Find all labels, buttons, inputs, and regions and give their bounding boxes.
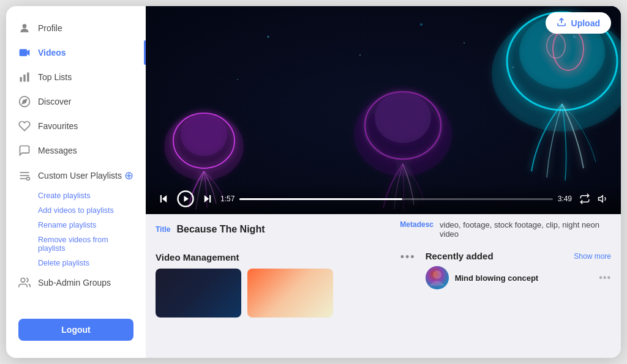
video-management-title: Video Management	[156, 252, 239, 262]
svg-point-28	[420, 23, 422, 26]
svg-point-0	[23, 24, 27, 28]
progress-area: 1:57 3:49	[220, 195, 572, 203]
svg-rect-34	[160, 195, 162, 202]
skip-forward-button[interactable]	[202, 193, 213, 204]
sidebar-item-sub-admin[interactable]: Sub-Admin Groups	[6, 270, 146, 295]
svg-marker-2	[27, 50, 29, 56]
rename-playlists-link[interactable]: Rename playlists	[38, 218, 146, 232]
svg-rect-5	[27, 73, 29, 82]
current-time: 1:57	[220, 195, 235, 203]
users-icon	[18, 277, 31, 289]
svg-point-31	[237, 79, 238, 80]
delete-playlists-link[interactable]: Delete playlists	[38, 256, 146, 270]
title-label: Title	[156, 225, 170, 234]
skip-back-button[interactable]	[158, 193, 169, 204]
recently-added-header: Recently added Show more	[426, 251, 611, 261]
track-info-row: Title Because The Night Metadesc video, …	[146, 214, 621, 245]
main-content: Upload	[146, 6, 621, 358]
svg-marker-33	[162, 195, 167, 202]
upload-icon	[557, 17, 566, 29]
video-management-dots[interactable]: •••	[400, 251, 416, 264]
custom-playlists-header: Custom User Playlists ⊕	[6, 163, 146, 188]
sidebar-label-profile: Profile	[38, 23, 62, 33]
svg-point-30	[512, 67, 514, 69]
sidebar-item-messages[interactable]: Messages	[6, 138, 146, 163]
video-management-header: Video Management •••	[156, 251, 416, 264]
playlist-icon	[18, 169, 31, 182]
sidebar: Profile Videos Top Lists Discover Favour	[6, 6, 146, 358]
sidebar-item-favourites[interactable]: Favourites	[6, 114, 146, 138]
meta-tags: video, footage, stock footage, clip, nig…	[440, 220, 611, 239]
thumbnail-row	[156, 269, 416, 318]
svg-rect-38	[209, 195, 211, 202]
total-time: 3:49	[558, 195, 572, 203]
svg-point-26	[268, 36, 269, 38]
thumbnail-1[interactable]	[156, 269, 241, 318]
svg-marker-36	[184, 196, 189, 202]
sidebar-label-favourites: Favourites	[38, 121, 78, 131]
svg-marker-39	[599, 196, 603, 202]
svg-point-29	[464, 42, 465, 43]
sidebar-item-videos[interactable]: Videos	[6, 40, 146, 65]
recently-added: Recently added Show more	[426, 251, 611, 352]
sidebar-item-top-lists[interactable]: Top Lists	[6, 65, 146, 89]
thumbnail-2[interactable]	[247, 269, 333, 318]
add-playlist-icon[interactable]: ⊕	[124, 169, 133, 182]
play-button[interactable]	[176, 190, 195, 208]
sidebar-item-discover[interactable]: Discover	[6, 89, 146, 114]
svg-point-41	[433, 270, 441, 279]
repeat-button[interactable]	[579, 193, 590, 204]
svg-marker-37	[205, 195, 209, 202]
upload-label: Upload	[571, 18, 600, 28]
sidebar-label-messages: Messages	[38, 146, 77, 155]
sidebar-label-videos: Videos	[38, 48, 66, 58]
svg-point-27	[359, 54, 361, 56]
svg-rect-4	[23, 75, 25, 82]
track-title-area: Title Because The Night	[156, 224, 400, 235]
video-icon	[18, 46, 31, 59]
progress-bar[interactable]	[239, 198, 552, 200]
compass-icon	[18, 95, 31, 108]
svg-point-22	[181, 113, 227, 156]
sidebar-label-discover: Discover	[38, 97, 71, 106]
show-more-button[interactable]: Show more	[574, 252, 611, 261]
progress-fill	[239, 198, 402, 200]
top-bar: Upload	[536, 6, 621, 40]
playlist-submenu: Create playlists Add videos to playlists…	[6, 188, 146, 270]
track-meta-area: Metadesc video, footage, stock footage, …	[400, 220, 611, 239]
recent-avatar	[426, 266, 449, 289]
upload-button[interactable]: Upload	[546, 12, 611, 34]
recent-item: Mind blowing concept •••	[426, 266, 611, 289]
logout-button[interactable]: Logout	[18, 319, 133, 341]
sidebar-label-sub-admin: Sub-Admin Groups	[38, 278, 111, 288]
bar-chart-icon	[18, 71, 31, 83]
bottom-section: Video Management ••• Recently added Show…	[146, 245, 621, 358]
sidebar-item-profile[interactable]: Profile	[6, 16, 146, 40]
add-videos-link[interactable]: Add videos to playlists	[38, 203, 146, 218]
sidebar-label-top-lists: Top Lists	[38, 72, 72, 82]
create-playlists-link[interactable]: Create playlists	[38, 188, 146, 203]
video-management: Video Management •••	[156, 251, 416, 352]
svg-point-12	[21, 278, 25, 283]
volume-button[interactable]	[598, 193, 609, 204]
user-icon	[18, 22, 31, 34]
recent-item-dots[interactable]: •••	[599, 272, 611, 283]
meta-label: Metadesc	[400, 220, 434, 229]
svg-point-11	[26, 177, 29, 180]
custom-playlists-label: Custom User Playlists	[38, 171, 122, 180]
svg-rect-3	[20, 77, 22, 82]
svg-rect-1	[20, 49, 28, 56]
svg-marker-7	[22, 99, 26, 103]
svg-point-25	[375, 92, 431, 143]
track-title: Because The Night	[176, 224, 265, 235]
message-icon	[18, 144, 31, 157]
heart-icon	[18, 120, 31, 132]
recently-added-title: Recently added	[426, 251, 494, 261]
remove-videos-link[interactable]: Remove videos from playlists	[38, 232, 146, 256]
recent-item-title: Mind blowing concept	[455, 273, 539, 283]
player-controls: 1:57 3:49	[146, 184, 621, 214]
